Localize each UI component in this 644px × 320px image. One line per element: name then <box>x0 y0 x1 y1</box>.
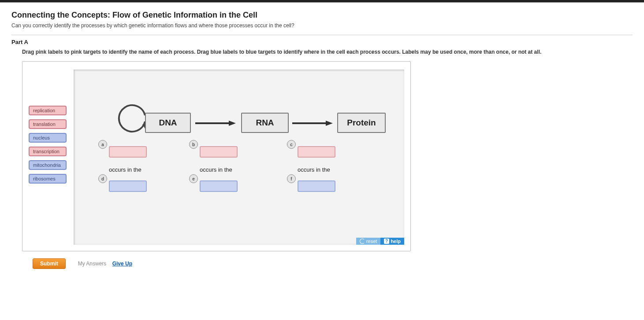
diagram-canvas: DNA RNA Protein a b c <box>74 70 404 245</box>
occurs-label-c: occurs in the <box>298 166 330 173</box>
drop-target-e[interactable] <box>200 180 238 192</box>
give-up-link[interactable]: Give Up <box>112 261 132 267</box>
help-icon: ? <box>384 239 389 244</box>
activity-frame: replication translation nucleus transcri… <box>22 61 411 251</box>
part-instructions: Drag pink labels to pink targets to iden… <box>22 49 633 55</box>
arrow-dna-to-rna-icon <box>195 120 236 125</box>
flow-box-rna: RNA <box>241 113 289 133</box>
submit-button[interactable]: Submit <box>33 258 66 269</box>
occurs-label-b: occurs in the <box>200 166 232 173</box>
drag-label-ribosomes[interactable]: ribosomes <box>29 174 67 184</box>
drag-label-replication[interactable]: replication <box>29 106 67 115</box>
footer-row: Submit My Answers Give Up <box>33 258 633 269</box>
drop-target-d[interactable] <box>109 180 147 192</box>
marker-a: a <box>98 140 107 149</box>
drag-label-nucleus[interactable]: nucleus <box>29 133 67 143</box>
page-title: Connecting the Concepts: Flow of Genetic… <box>11 11 633 20</box>
canvas-controls: reset ? help <box>356 238 404 245</box>
help-label: help <box>391 239 401 244</box>
arrow-rna-to-protein-icon <box>292 120 333 125</box>
drag-label-mitochondria[interactable]: mitochondria <box>29 160 67 170</box>
marker-e: e <box>189 174 198 183</box>
part-label: Part A <box>11 39 633 45</box>
marker-b: b <box>189 140 198 149</box>
svg-marker-2 <box>229 121 236 126</box>
svg-marker-4 <box>326 121 333 126</box>
drop-target-a[interactable] <box>109 146 147 158</box>
drop-target-b[interactable] <box>200 146 238 158</box>
drop-target-c[interactable] <box>298 146 335 158</box>
drop-target-f[interactable] <box>298 180 335 192</box>
my-answers-link[interactable]: My Answers <box>78 261 107 267</box>
help-button[interactable]: ? help <box>380 238 404 245</box>
divider <box>11 35 633 35</box>
label-palette: replication translation nucleus transcri… <box>29 106 67 184</box>
marker-d: d <box>98 174 107 183</box>
flow-box-protein: Protein <box>337 113 386 133</box>
reset-button[interactable]: reset <box>356 238 380 245</box>
occurs-label-a: occurs in the <box>109 166 141 173</box>
drag-label-translation[interactable]: translation <box>29 119 67 129</box>
footer-links: My Answers Give Up <box>78 261 132 267</box>
marker-f: f <box>287 174 296 183</box>
page-subtitle: Can you correctly identify the processes… <box>11 22 633 29</box>
flow-box-dna: DNA <box>145 113 191 133</box>
marker-c: c <box>287 140 296 149</box>
reset-label: reset <box>366 239 377 244</box>
drag-label-transcription[interactable]: transcription <box>29 147 67 156</box>
reset-icon <box>360 239 365 244</box>
page-body: Connecting the Concepts: Flow of Genetic… <box>0 3 644 287</box>
